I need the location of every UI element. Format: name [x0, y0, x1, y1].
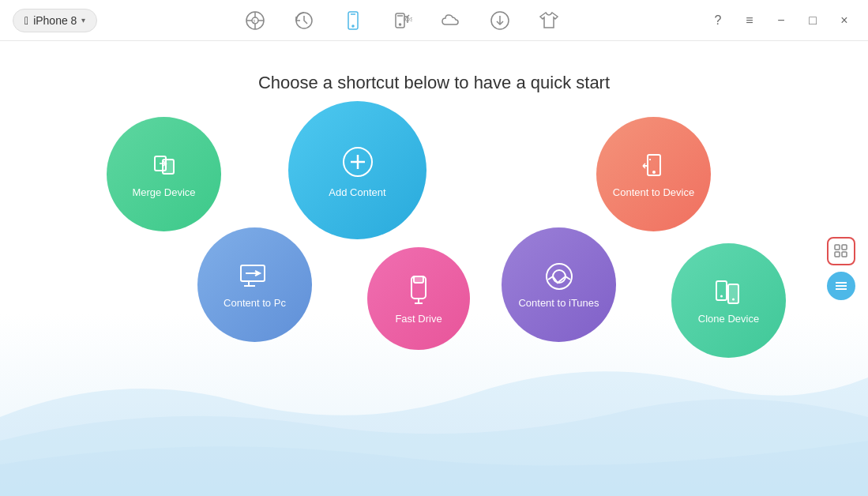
merge-device-button[interactable]: Merge Device: [107, 117, 221, 231]
svg-rect-42: [842, 252, 847, 257]
fast-drive-button[interactable]: Fast Drive: [367, 247, 470, 350]
add-content-icon: [338, 142, 378, 182]
add-content-label: Add Content: [329, 186, 385, 198]
svg-point-36: [720, 295, 723, 298]
content-to-device-button[interactable]: Content to Device: [596, 117, 711, 231]
clone-device-label: Clone Device: [698, 313, 759, 325]
svg-text:♪: ♪: [252, 17, 256, 25]
page-title: Choose a shortcut below to have a quick …: [0, 41, 868, 93]
add-content-button[interactable]: Add Content: [288, 101, 426, 239]
device-selector[interactable]:  iPhone 8 ▾: [13, 9, 97, 32]
side-buttons: [827, 237, 855, 300]
window-controls: ? ≡ − □ ×: [707, 9, 855, 32]
content-to-itunes-icon: [542, 261, 577, 292]
svg-point-38: [732, 299, 735, 301]
merge-device-icon: [148, 150, 180, 182]
grid-view-button[interactable]: [827, 237, 855, 265]
clone-device-button[interactable]: Clone Device: [671, 243, 786, 358]
content-to-itunes-button[interactable]: Content to iTunes: [502, 227, 616, 342]
svg-rect-41: [835, 252, 840, 257]
music-icon[interactable]: ♪: [242, 8, 268, 33]
content-to-pc-icon: [238, 261, 272, 292]
svg-point-10: [352, 25, 354, 27]
content-to-pc-button[interactable]: Content to Pc: [197, 227, 312, 342]
help-button[interactable]: ?: [707, 9, 729, 32]
svg-rect-40: [842, 245, 847, 250]
menu-button[interactable]: ≡: [738, 9, 761, 32]
chevron-down-icon: ▾: [81, 16, 85, 24]
history-icon[interactable]: [291, 8, 317, 33]
merge-device-label: Merge Device: [132, 186, 195, 198]
content-to-device-icon: [638, 150, 670, 182]
ios-icon[interactable]: iOS: [389, 8, 415, 33]
download-icon[interactable]: [487, 8, 513, 33]
list-view-button[interactable]: [827, 272, 855, 300]
fast-drive-icon: [404, 273, 433, 308]
svg-point-13: [400, 24, 401, 25]
circles-container: Merge Device Add Content: [0, 93, 868, 425]
minimize-button[interactable]: −: [770, 9, 792, 32]
titlebar-left:  iPhone 8 ▾: [13, 9, 97, 32]
cloud-icon[interactable]: [438, 8, 464, 33]
content-to-pc-label: Content to Pc: [224, 297, 286, 309]
clone-device-icon: [712, 276, 746, 308]
device-phone-icon[interactable]: [340, 8, 366, 33]
svg-rect-30: [414, 276, 423, 283]
content-to-itunes-label: Content to iTunes: [518, 297, 599, 309]
close-button[interactable]: ×: [833, 9, 855, 32]
svg-point-24: [652, 171, 656, 174]
titlebar:  iPhone 8 ▾ ♪: [0, 0, 868, 41]
device-name-label: iPhone 8: [33, 14, 77, 27]
toolbar-icons: ♪ iOS: [242, 8, 562, 33]
svg-rect-39: [835, 245, 840, 250]
content-to-device-label: Content to Device: [613, 186, 694, 198]
fast-drive-label: Fast Drive: [395, 313, 442, 325]
restore-button[interactable]: □: [802, 9, 824, 32]
tshirt-icon[interactable]: [536, 8, 562, 33]
apple-logo-icon: : [24, 14, 28, 27]
svg-point-33: [547, 264, 572, 289]
main-content: Choose a shortcut below to have a quick …: [0, 41, 868, 496]
